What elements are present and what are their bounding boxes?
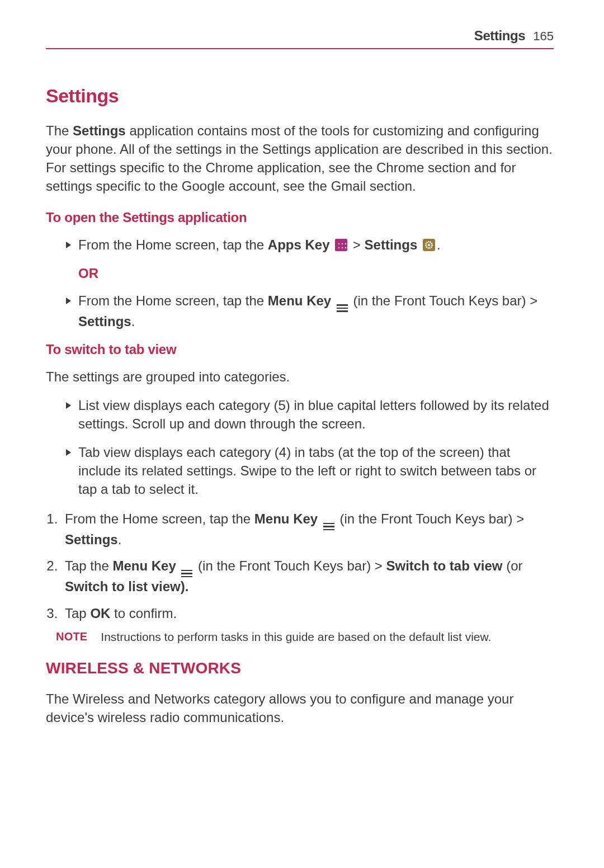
step-1: From the Home screen, tap the Menu Key (… (62, 510, 554, 549)
apps-key-label: Apps Key (268, 237, 330, 252)
apps-key-icon (335, 239, 347, 251)
bullet-triangle-icon (66, 402, 71, 409)
wireless-networks-body: The Wireless and Networks category allow… (46, 690, 554, 727)
text: Tap the (65, 558, 112, 573)
note-text: Instructions to perform tasks in this gu… (101, 630, 491, 644)
intro-prefix: The (46, 123, 73, 138)
step-2: Tap the Menu Key (in the Front Touch Key… (62, 556, 554, 596)
text: > (349, 237, 364, 252)
settings-label: Settings (65, 532, 118, 547)
switch-bullet-2: Tab view displays each category (4) in t… (66, 443, 554, 498)
bullet-triangle-icon (66, 449, 71, 456)
switch-to-list-label: Switch to list view). (65, 579, 188, 594)
text: Tap (65, 606, 90, 621)
text: (in the Front Touch Keys bar) > (340, 511, 525, 526)
switch-bullet-1: List view displays each category (5) in … (66, 396, 554, 433)
menu-key-icon (181, 570, 192, 578)
menu-key-icon (337, 304, 348, 312)
intro-paragraph: The Settings application contains most o… (46, 121, 554, 195)
open-settings-list-2: From the Home screen, tap the Menu Key (… (46, 291, 554, 331)
bullet-triangle-icon (66, 242, 71, 248)
text: . (131, 314, 135, 329)
text: From the Home screen, tap the (65, 511, 254, 526)
text: (in the Front Touch Keys bar) > (353, 293, 538, 308)
text: . (118, 532, 122, 547)
settings-label: Settings (78, 314, 131, 329)
ok-label: OK (90, 606, 110, 621)
page-title: Settings (46, 85, 554, 107)
open-settings-item-1: From the Home screen, tap the Apps Key >… (66, 235, 554, 254)
settings-label: Settings (365, 237, 418, 252)
menu-key-icon (323, 523, 334, 531)
intro-bold-settings: Settings (73, 123, 126, 138)
subheading-open-settings: To open the Settings application (46, 210, 554, 225)
switch-bullet-list: List view displays each category (5) in … (46, 396, 554, 499)
menu-key-label: Menu Key (112, 558, 176, 573)
text: From the Home screen, tap the (78, 237, 268, 252)
page: Settings 165 Settings The Settings appli… (0, 0, 604, 868)
or-separator: OR (78, 266, 554, 281)
subheading-switch-tab: To switch to tab view (46, 342, 554, 357)
switch-steps: From the Home screen, tap the Menu Key (… (46, 510, 554, 622)
text: (in the Front Touch Keys bar) > (198, 558, 386, 573)
open-settings-list: From the Home screen, tap the Apps Key >… (46, 235, 554, 254)
text: (or (503, 558, 523, 573)
wireless-networks-heading: WIRELESS & NETWORKS (46, 659, 554, 677)
settings-gear-icon (423, 239, 435, 251)
text: to confirm. (110, 606, 177, 621)
page-header: Settings 165 (46, 28, 554, 49)
switch-lead-paragraph: The settings are grouped into categories… (46, 367, 554, 386)
step-3: Tap OK to confirm. (62, 604, 554, 622)
note-label: NOTE (56, 630, 87, 643)
menu-key-label: Menu Key (254, 511, 318, 526)
menu-key-label: Menu Key (268, 293, 331, 308)
open-settings-item-2: From the Home screen, tap the Menu Key (… (66, 291, 554, 331)
text: From the Home screen, tap the (78, 293, 268, 308)
bullet-triangle-icon (66, 298, 71, 304)
text: List view displays each category (5) in … (78, 398, 549, 431)
svg-point-1 (428, 244, 430, 246)
header-section-title: Settings (474, 28, 525, 44)
text: . (437, 237, 441, 252)
switch-to-tab-label: Switch to tab view (386, 558, 503, 573)
text: Tab view displays each category (4) in t… (78, 445, 536, 497)
note: NOTE Instructions to perform tasks in th… (56, 630, 554, 644)
header-page-number: 165 (533, 29, 554, 44)
